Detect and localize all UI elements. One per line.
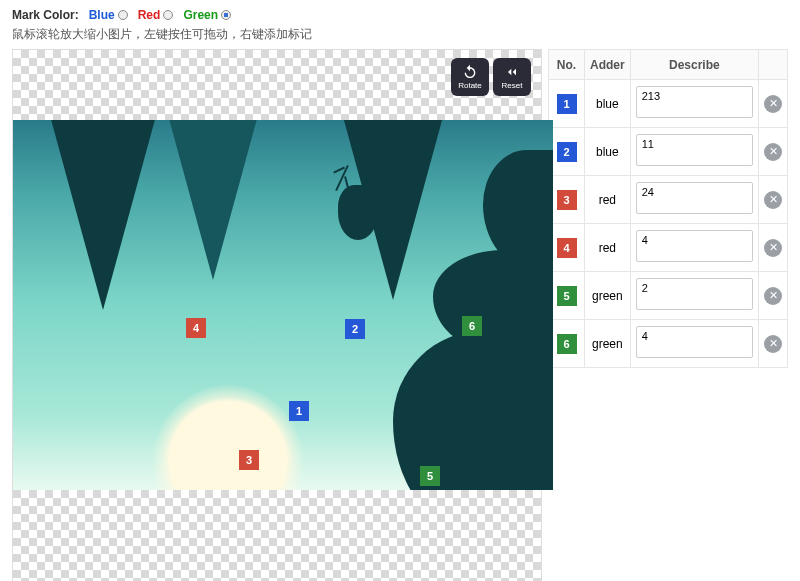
delete-button[interactable]: ✕ xyxy=(764,287,782,305)
table-row: 4red4✕ xyxy=(549,224,788,272)
marker-1[interactable]: 1 xyxy=(289,401,309,421)
row-adder: green xyxy=(585,320,631,368)
table-row: 6green4✕ xyxy=(549,320,788,368)
row-no-badge: 5 xyxy=(557,286,577,306)
radio-red-icon xyxy=(163,10,173,20)
row-no-badge: 1 xyxy=(557,94,577,114)
delete-button[interactable]: ✕ xyxy=(764,95,782,113)
row-adder: green xyxy=(585,272,631,320)
marker-2[interactable]: 2 xyxy=(345,319,365,339)
scene-image xyxy=(13,120,553,490)
color-option-red[interactable]: Red xyxy=(138,8,174,22)
marker-5[interactable]: 5 xyxy=(420,466,440,486)
row-no-badge: 3 xyxy=(557,190,577,210)
delete-button[interactable]: ✕ xyxy=(764,335,782,353)
color-option-blue[interactable]: Blue xyxy=(89,8,128,22)
rotate-label: Rotate xyxy=(458,81,482,90)
color-red-text: Red xyxy=(138,8,161,22)
row-no-badge: 4 xyxy=(557,238,577,258)
reset-button[interactable]: Reset xyxy=(493,58,531,96)
row-adder: blue xyxy=(585,128,631,176)
reset-label: Reset xyxy=(502,81,523,90)
col-adder: Adder xyxy=(585,50,631,80)
table-row: 3red24✕ xyxy=(549,176,788,224)
describe-input[interactable]: 24 xyxy=(636,182,753,214)
color-option-green[interactable]: Green xyxy=(183,8,231,22)
delete-button[interactable]: ✕ xyxy=(764,239,782,257)
table-row: 1blue213✕ xyxy=(549,80,788,128)
describe-input[interactable]: 213 xyxy=(636,86,753,118)
col-delete xyxy=(759,50,788,80)
row-no-badge: 6 xyxy=(557,334,577,354)
marker-table: No. Adder Describe 1blue213✕2blue11✕3red… xyxy=(548,49,788,368)
table-row: 5green2✕ xyxy=(549,272,788,320)
delete-button[interactable]: ✕ xyxy=(764,191,782,209)
color-blue-text: Blue xyxy=(89,8,115,22)
table-row: 2blue11✕ xyxy=(549,128,788,176)
describe-input[interactable]: 4 xyxy=(636,326,753,358)
describe-input[interactable]: 2 xyxy=(636,278,753,310)
image-canvas[interactable]: Rotate Reset xyxy=(12,49,542,581)
col-no: No. xyxy=(549,50,585,80)
instruction-text: 鼠标滚轮放大缩小图片，左键按住可拖动，右键添加标记 xyxy=(12,26,788,43)
col-describe: Describe xyxy=(630,50,758,80)
marker-3[interactable]: 3 xyxy=(239,450,259,470)
row-adder: red xyxy=(585,176,631,224)
color-green-text: Green xyxy=(183,8,218,22)
radio-green-icon xyxy=(221,10,231,20)
rotate-button[interactable]: Rotate xyxy=(451,58,489,96)
row-adder: red xyxy=(585,224,631,272)
mark-color-label: Mark Color: xyxy=(12,8,79,22)
marker-6[interactable]: 6 xyxy=(462,316,482,336)
marker-4[interactable]: 4 xyxy=(186,318,206,338)
reset-icon xyxy=(503,64,521,80)
describe-input[interactable]: 4 xyxy=(636,230,753,262)
radio-blue-icon xyxy=(118,10,128,20)
delete-button[interactable]: ✕ xyxy=(764,143,782,161)
rotate-icon xyxy=(461,64,479,80)
row-adder: blue xyxy=(585,80,631,128)
row-no-badge: 2 xyxy=(557,142,577,162)
describe-input[interactable]: 11 xyxy=(636,134,753,166)
